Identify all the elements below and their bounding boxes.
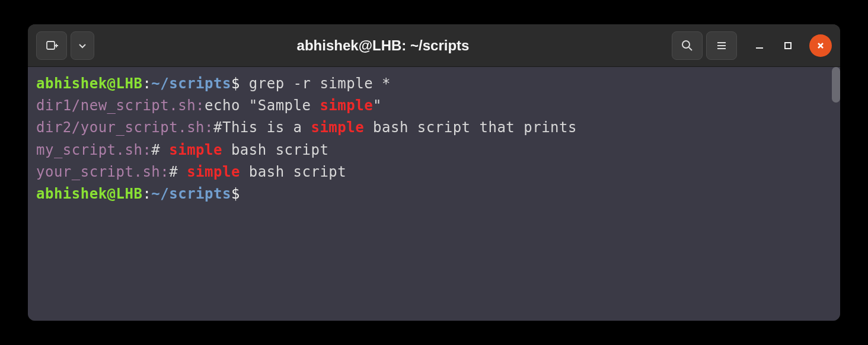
prompt-user: abhishek@LHB xyxy=(36,75,142,92)
grep-text: bash script xyxy=(240,164,346,180)
prompt-dollar: $ xyxy=(231,186,240,202)
svg-point-3 xyxy=(682,41,690,48)
menu-button[interactable] xyxy=(706,31,737,60)
command-text: grep -r simple * xyxy=(240,75,391,92)
tab-dropdown-button[interactable] xyxy=(71,31,94,60)
prompt-path: ~/scripts xyxy=(151,75,231,92)
new-tab-button[interactable] xyxy=(36,31,67,60)
title-area: abhishek@LHB: ~/scripts xyxy=(98,37,668,54)
new-tab-icon xyxy=(45,39,58,52)
grep-match: simple xyxy=(311,119,364,136)
grep-text: #This is a xyxy=(213,119,311,136)
grep-text: # xyxy=(151,142,169,158)
output-line: dir1/new_script.sh:echo "Sample simple" xyxy=(36,95,832,117)
search-icon xyxy=(681,39,694,52)
terminal-body[interactable]: abhishek@LHB:~/scripts$ grep -r simple *… xyxy=(28,67,840,321)
minimize-icon xyxy=(754,40,765,51)
grep-file: dir1/new_script.sh: xyxy=(36,97,205,114)
output-line: dir2/your_script.sh:#This is a simple ba… xyxy=(36,117,832,139)
grep-match: simple xyxy=(169,142,222,158)
prompt-dollar: $ xyxy=(231,75,240,92)
grep-file: dir2/your_script.sh: xyxy=(36,119,213,136)
grep-file: my_script.sh: xyxy=(36,142,151,158)
grep-match: simple xyxy=(187,164,240,180)
hamburger-icon xyxy=(716,40,727,52)
chevron-down-icon xyxy=(78,41,87,50)
grep-match: simple xyxy=(320,97,373,114)
prompt-path: ~/scripts xyxy=(151,186,231,202)
scrollbar-thumb[interactable] xyxy=(832,67,840,103)
minimize-button[interactable] xyxy=(752,39,767,53)
search-button[interactable] xyxy=(672,31,703,60)
svg-rect-0 xyxy=(47,41,55,49)
prompt-sep: : xyxy=(142,186,151,202)
window-controls xyxy=(752,34,832,57)
grep-text: echo "Sample xyxy=(205,97,320,114)
prompt-sep: : xyxy=(142,75,151,92)
prompt-user: abhishek@LHB xyxy=(36,186,142,202)
maximize-button[interactable] xyxy=(781,39,795,53)
prompt-line: abhishek@LHB:~/scripts$ grep -r simple * xyxy=(36,73,832,95)
terminal-window: abhishek@LHB: ~/scripts xyxy=(28,24,840,321)
svg-line-4 xyxy=(689,47,692,50)
grep-file: your_script.sh: xyxy=(36,164,169,180)
svg-rect-9 xyxy=(785,43,791,49)
maximize-icon xyxy=(783,41,793,50)
grep-text: bash script xyxy=(222,142,328,158)
close-icon xyxy=(816,41,825,50)
grep-text: " xyxy=(373,97,382,114)
close-button[interactable] xyxy=(809,34,832,57)
prompt-line: abhishek@LHB:~/scripts$ xyxy=(36,183,832,205)
grep-text: # xyxy=(169,164,187,180)
output-line: your_script.sh:# simple bash script xyxy=(36,161,832,183)
window-title: abhishek@LHB: ~/scripts xyxy=(297,37,470,54)
output-line: my_script.sh:# simple bash script xyxy=(36,139,832,161)
grep-text: bash script that prints xyxy=(364,119,577,136)
titlebar: abhishek@LHB: ~/scripts xyxy=(28,24,840,67)
